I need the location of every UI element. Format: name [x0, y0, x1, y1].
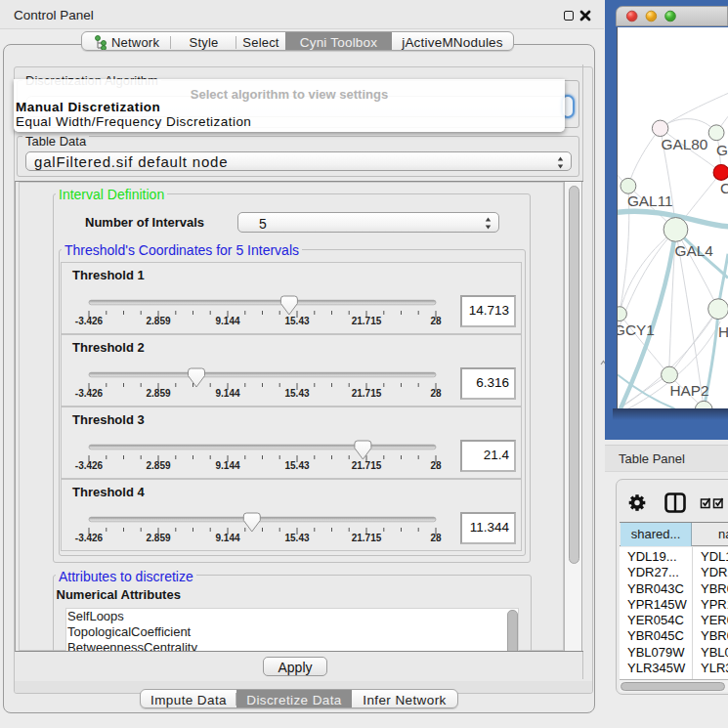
- svg-text:21.715: 21.715: [352, 533, 382, 543]
- svg-text:21.715: 21.715: [352, 460, 382, 471]
- svg-text:2.859: 2.859: [146, 460, 170, 471]
- svg-text:21.715: 21.715: [352, 316, 382, 326]
- svg-text:9.144: 9.144: [215, 460, 239, 471]
- svg-text:-3.426: -3.426: [75, 460, 104, 471]
- svg-text:GAL11: GAL11: [627, 193, 673, 209]
- svg-text:28: 28: [430, 460, 442, 471]
- svg-text:-3.426: -3.426: [75, 388, 104, 399]
- svg-text:GAL80: GAL80: [662, 136, 708, 152]
- svg-text:9.144: 9.144: [215, 388, 239, 399]
- svg-text:HAP2: HAP2: [670, 382, 709, 399]
- svg-text:28: 28: [430, 533, 442, 543]
- svg-text:2.859: 2.859: [146, 533, 170, 543]
- svg-text:15.43: 15.43: [284, 388, 309, 399]
- svg-text:H: H: [718, 323, 728, 340]
- svg-text:15.43: 15.43: [284, 460, 309, 471]
- svg-text:GAL4: GAL4: [674, 242, 713, 259]
- svg-text:9.144: 9.144: [215, 533, 239, 543]
- svg-text:-3.426: -3.426: [75, 533, 104, 543]
- svg-text:21.715: 21.715: [352, 388, 382, 399]
- svg-text:-3.426: -3.426: [75, 316, 104, 326]
- svg-text:28: 28: [430, 388, 442, 399]
- svg-text:GA: GA: [716, 142, 728, 158]
- svg-text:15.43: 15.43: [284, 316, 309, 326]
- svg-text:GCY1: GCY1: [617, 321, 655, 338]
- svg-text:9.144: 9.144: [215, 316, 239, 326]
- svg-text:CD: CD: [720, 180, 728, 196]
- svg-text:15.43: 15.43: [284, 533, 309, 543]
- svg-text:28: 28: [430, 316, 442, 326]
- svg-text:2.859: 2.859: [146, 388, 170, 399]
- svg-text:2.859: 2.859: [146, 316, 170, 326]
